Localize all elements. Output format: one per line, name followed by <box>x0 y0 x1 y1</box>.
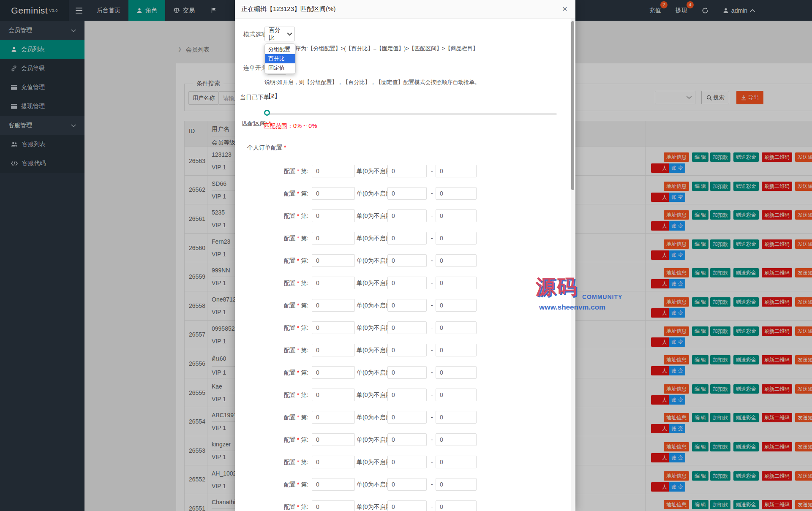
config-row: 配置* 第:单(0为不启用)- <box>235 187 575 200</box>
config-seq-input[interactable] <box>312 299 355 312</box>
config-max-input[interactable] <box>436 254 477 267</box>
config-row-label: 配置* 第: <box>284 235 308 242</box>
config-row: 配置* 第:单(0为不启用)- <box>235 232 575 245</box>
config-max-input[interactable] <box>436 389 477 401</box>
config-max-input[interactable] <box>436 209 477 222</box>
config-dash: - <box>431 414 433 421</box>
config-max-input[interactable] <box>436 187 477 200</box>
dropdown-option-固定值[interactable]: 固定值 <box>265 63 295 73</box>
config-min-input[interactable] <box>387 321 427 334</box>
config-seq-input[interactable] <box>312 478 355 491</box>
config-dash: - <box>431 212 433 219</box>
config-row-label: 配置* 第: <box>284 391 308 399</box>
config-min-input[interactable] <box>387 456 427 468</box>
config-max-input[interactable] <box>436 232 477 245</box>
config-row-label: 配置* 第: <box>284 168 308 175</box>
mode-select[interactable]: 百分比 <box>264 27 295 41</box>
config-row-label: 配置* 第: <box>284 503 308 511</box>
config-row: 配置* 第:单(0为不启用)- <box>235 500 575 511</box>
config-seq-input[interactable] <box>312 500 355 511</box>
config-seq-input[interactable] <box>312 165 355 177</box>
config-seq-input[interactable] <box>312 433 355 446</box>
config-max-input[interactable] <box>436 411 477 424</box>
dropdown-option-分组配置[interactable]: 分组配置 <box>265 45 295 54</box>
match-range-slider-track[interactable] <box>267 113 557 115</box>
config-dash: - <box>431 369 433 376</box>
config-row-label: 配置* 第: <box>284 414 308 421</box>
config-max-input[interactable] <box>436 456 477 468</box>
select-caret-icon <box>287 33 292 36</box>
chain-hint: 说明:如开启，则【分组配置】，【百分比】，【固定值】配置模式会按照顺序自动抢单。 <box>264 79 480 86</box>
match-range-value: 匹配范围：0% ~ 0% <box>264 122 317 130</box>
config-row-label: 配置* 第: <box>284 302 308 310</box>
config-dash: - <box>431 190 433 197</box>
config-row: 配置* 第:单(0为不启用)- <box>235 433 575 446</box>
config-min-input[interactable] <box>387 232 427 245</box>
config-min-input[interactable] <box>387 411 427 424</box>
config-row: 配置* 第:单(0为不启用)- <box>235 456 575 468</box>
config-min-input[interactable] <box>387 254 427 267</box>
config-row: 配置* 第:单(0为不启用)- <box>235 277 575 289</box>
config-max-input[interactable] <box>436 478 477 491</box>
config-max-input[interactable] <box>436 366 477 379</box>
config-dash: - <box>431 168 433 174</box>
config-min-input[interactable] <box>387 433 427 446</box>
config-seq-input[interactable] <box>312 209 355 222</box>
modal-scrollbar-thumb[interactable] <box>571 21 574 190</box>
config-row: 配置* 第:单(0为不启用)- <box>235 254 575 267</box>
config-min-input[interactable] <box>387 389 427 401</box>
config-min-input[interactable] <box>387 187 427 200</box>
config-min-input[interactable] <box>387 209 427 222</box>
config-min-input[interactable] <box>387 478 427 491</box>
config-row-label: 配置* 第: <box>284 347 308 354</box>
config-seq-input[interactable] <box>312 366 355 379</box>
config-row: 配置* 第:单(0为不启用)- <box>235 299 575 312</box>
config-dash: - <box>431 235 433 242</box>
modal-title: 正在编辑【123123】匹配区间(%) <box>241 5 335 13</box>
config-min-input[interactable] <box>387 299 427 312</box>
config-dash: - <box>431 459 433 465</box>
config-row-label: 配置* 第: <box>284 324 308 332</box>
mode-select-value: 百分比 <box>269 27 285 42</box>
config-max-input[interactable] <box>436 500 477 511</box>
config-max-input[interactable] <box>436 344 477 356</box>
mode-select-dropdown: 分组配置百分比固定值 <box>264 43 296 74</box>
config-seq-input[interactable] <box>312 232 355 245</box>
config-row-label: 配置* 第: <box>284 369 308 377</box>
config-row: 配置* 第:单(0为不启用)- <box>235 478 575 491</box>
config-min-input[interactable] <box>387 344 427 356</box>
config-max-input[interactable] <box>436 299 477 312</box>
config-dash: - <box>431 436 433 443</box>
config-seq-input[interactable] <box>312 344 355 356</box>
config-row-label: 配置* 第: <box>284 280 308 287</box>
config-dash: - <box>431 257 433 264</box>
config-max-input[interactable] <box>436 277 477 289</box>
dropdown-option-百分比[interactable]: 百分比 <box>265 54 295 63</box>
config-seq-input[interactable] <box>312 389 355 401</box>
config-max-input[interactable] <box>436 433 477 446</box>
modal-header: 正在编辑【123123】匹配区间(%) × <box>235 0 575 19</box>
config-seq-input[interactable] <box>312 321 355 334</box>
config-min-input[interactable] <box>387 366 427 379</box>
close-icon[interactable]: × <box>559 4 570 15</box>
personal-config-label: 个人订单配置* <box>247 144 286 152</box>
config-row: 配置* 第:单(0为不启用)- <box>235 209 575 222</box>
config-seq-input[interactable] <box>312 411 355 424</box>
config-seq-input[interactable] <box>312 277 355 289</box>
config-dash: - <box>431 324 433 331</box>
config-row-label: 配置* 第: <box>284 257 308 265</box>
config-row-label: 配置* 第: <box>284 481 308 489</box>
config-max-input[interactable] <box>436 165 477 177</box>
match-range-slider-handle[interactable] <box>264 110 270 116</box>
config-seq-input[interactable] <box>312 456 355 468</box>
config-max-input[interactable] <box>436 321 477 334</box>
config-seq-input[interactable] <box>312 187 355 200</box>
config-min-input[interactable] <box>387 165 427 177</box>
config-dash: - <box>431 302 433 309</box>
config-row-label: 配置* 第: <box>284 212 308 220</box>
config-row: 配置* 第:单(0为不启用)- <box>235 411 575 424</box>
config-row: 配置* 第:单(0为不启用)- <box>235 389 575 401</box>
config-min-input[interactable] <box>387 500 427 511</box>
config-seq-input[interactable] <box>312 254 355 267</box>
config-min-input[interactable] <box>387 277 427 289</box>
